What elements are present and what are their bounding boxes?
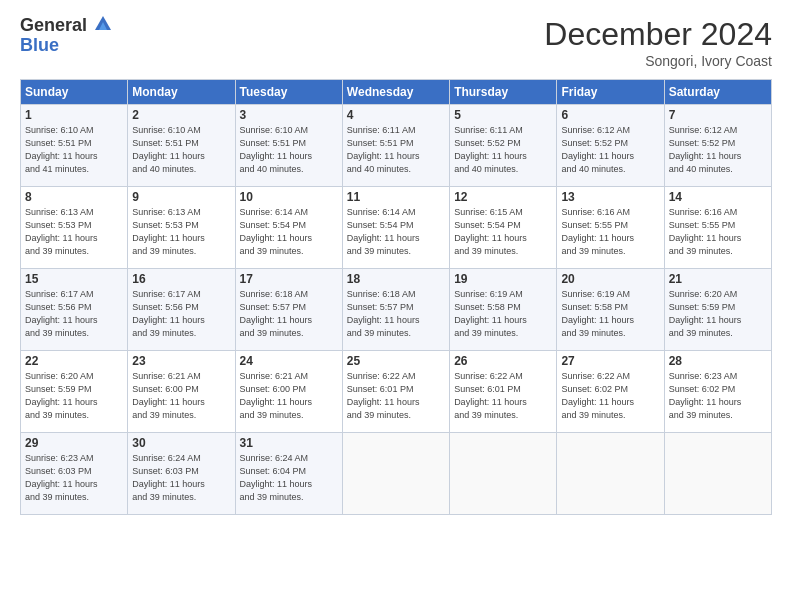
day-number: 23: [132, 354, 230, 368]
calendar-cell: 7Sunrise: 6:12 AMSunset: 5:52 PMDaylight…: [664, 105, 771, 187]
day-info: Sunrise: 6:23 AMSunset: 6:03 PMDaylight:…: [25, 452, 123, 504]
day-number: 15: [25, 272, 123, 286]
day-info: Sunrise: 6:11 AMSunset: 5:52 PMDaylight:…: [454, 124, 552, 176]
day-info: Sunrise: 6:14 AMSunset: 5:54 PMDaylight:…: [240, 206, 338, 258]
calendar-cell: 28Sunrise: 6:23 AMSunset: 6:02 PMDayligh…: [664, 351, 771, 433]
day-info: Sunrise: 6:16 AMSunset: 5:55 PMDaylight:…: [669, 206, 767, 258]
day-info: Sunrise: 6:16 AMSunset: 5:55 PMDaylight:…: [561, 206, 659, 258]
page: General Blue December 2024 Songori, Ivor…: [0, 0, 792, 612]
calendar-cell: [450, 433, 557, 515]
day-info: Sunrise: 6:18 AMSunset: 5:57 PMDaylight:…: [240, 288, 338, 340]
calendar-cell: 22Sunrise: 6:20 AMSunset: 5:59 PMDayligh…: [21, 351, 128, 433]
calendar-cell: 30Sunrise: 6:24 AMSunset: 6:03 PMDayligh…: [128, 433, 235, 515]
day-number: 16: [132, 272, 230, 286]
calendar-week-2: 8Sunrise: 6:13 AMSunset: 5:53 PMDaylight…: [21, 187, 772, 269]
day-number: 24: [240, 354, 338, 368]
day-number: 14: [669, 190, 767, 204]
logo-icon: [91, 12, 115, 36]
calendar-cell: 21Sunrise: 6:20 AMSunset: 5:59 PMDayligh…: [664, 269, 771, 351]
calendar-cell: 12Sunrise: 6:15 AMSunset: 5:54 PMDayligh…: [450, 187, 557, 269]
day-number: 18: [347, 272, 445, 286]
calendar-cell: 14Sunrise: 6:16 AMSunset: 5:55 PMDayligh…: [664, 187, 771, 269]
day-number: 20: [561, 272, 659, 286]
calendar-cell: 18Sunrise: 6:18 AMSunset: 5:57 PMDayligh…: [342, 269, 449, 351]
day-number: 19: [454, 272, 552, 286]
calendar-cell: 31Sunrise: 6:24 AMSunset: 6:04 PMDayligh…: [235, 433, 342, 515]
day-number: 7: [669, 108, 767, 122]
day-info: Sunrise: 6:22 AMSunset: 6:02 PMDaylight:…: [561, 370, 659, 422]
location-subtitle: Songori, Ivory Coast: [544, 53, 772, 69]
day-number: 30: [132, 436, 230, 450]
month-title: December 2024: [544, 16, 772, 53]
day-header-saturday: Saturday: [664, 80, 771, 105]
day-number: 12: [454, 190, 552, 204]
calendar-cell: [664, 433, 771, 515]
day-number: 1: [25, 108, 123, 122]
calendar-cell: 23Sunrise: 6:21 AMSunset: 6:00 PMDayligh…: [128, 351, 235, 433]
calendar-cell: [557, 433, 664, 515]
day-number: 4: [347, 108, 445, 122]
calendar-cell: 9Sunrise: 6:13 AMSunset: 5:53 PMDaylight…: [128, 187, 235, 269]
calendar-cell: [342, 433, 449, 515]
day-info: Sunrise: 6:22 AMSunset: 6:01 PMDaylight:…: [454, 370, 552, 422]
day-number: 28: [669, 354, 767, 368]
day-info: Sunrise: 6:17 AMSunset: 5:56 PMDaylight:…: [25, 288, 123, 340]
calendar-header-row: SundayMondayTuesdayWednesdayThursdayFrid…: [21, 80, 772, 105]
calendar-body: 1Sunrise: 6:10 AMSunset: 5:51 PMDaylight…: [21, 105, 772, 515]
day-number: 13: [561, 190, 659, 204]
day-info: Sunrise: 6:24 AMSunset: 6:03 PMDaylight:…: [132, 452, 230, 504]
day-info: Sunrise: 6:13 AMSunset: 5:53 PMDaylight:…: [132, 206, 230, 258]
calendar-cell: 25Sunrise: 6:22 AMSunset: 6:01 PMDayligh…: [342, 351, 449, 433]
day-header-thursday: Thursday: [450, 80, 557, 105]
calendar-cell: 27Sunrise: 6:22 AMSunset: 6:02 PMDayligh…: [557, 351, 664, 433]
calendar-week-1: 1Sunrise: 6:10 AMSunset: 5:51 PMDaylight…: [21, 105, 772, 187]
day-info: Sunrise: 6:22 AMSunset: 6:01 PMDaylight:…: [347, 370, 445, 422]
calendar-cell: 2Sunrise: 6:10 AMSunset: 5:51 PMDaylight…: [128, 105, 235, 187]
calendar-week-3: 15Sunrise: 6:17 AMSunset: 5:56 PMDayligh…: [21, 269, 772, 351]
day-number: 3: [240, 108, 338, 122]
day-number: 29: [25, 436, 123, 450]
day-number: 2: [132, 108, 230, 122]
calendar-cell: 29Sunrise: 6:23 AMSunset: 6:03 PMDayligh…: [21, 433, 128, 515]
day-number: 6: [561, 108, 659, 122]
day-info: Sunrise: 6:18 AMSunset: 5:57 PMDaylight:…: [347, 288, 445, 340]
day-info: Sunrise: 6:20 AMSunset: 5:59 PMDaylight:…: [669, 288, 767, 340]
day-info: Sunrise: 6:24 AMSunset: 6:04 PMDaylight:…: [240, 452, 338, 504]
calendar-cell: 5Sunrise: 6:11 AMSunset: 5:52 PMDaylight…: [450, 105, 557, 187]
day-info: Sunrise: 6:19 AMSunset: 5:58 PMDaylight:…: [561, 288, 659, 340]
calendar-cell: 3Sunrise: 6:10 AMSunset: 5:51 PMDaylight…: [235, 105, 342, 187]
day-number: 25: [347, 354, 445, 368]
day-info: Sunrise: 6:14 AMSunset: 5:54 PMDaylight:…: [347, 206, 445, 258]
day-info: Sunrise: 6:23 AMSunset: 6:02 PMDaylight:…: [669, 370, 767, 422]
day-info: Sunrise: 6:13 AMSunset: 5:53 PMDaylight:…: [25, 206, 123, 258]
day-header-wednesday: Wednesday: [342, 80, 449, 105]
calendar-cell: 20Sunrise: 6:19 AMSunset: 5:58 PMDayligh…: [557, 269, 664, 351]
title-block: December 2024 Songori, Ivory Coast: [544, 16, 772, 69]
calendar-cell: 6Sunrise: 6:12 AMSunset: 5:52 PMDaylight…: [557, 105, 664, 187]
day-number: 5: [454, 108, 552, 122]
day-info: Sunrise: 6:12 AMSunset: 5:52 PMDaylight:…: [669, 124, 767, 176]
day-header-friday: Friday: [557, 80, 664, 105]
calendar-cell: 16Sunrise: 6:17 AMSunset: 5:56 PMDayligh…: [128, 269, 235, 351]
day-info: Sunrise: 6:21 AMSunset: 6:00 PMDaylight:…: [240, 370, 338, 422]
day-info: Sunrise: 6:15 AMSunset: 5:54 PMDaylight:…: [454, 206, 552, 258]
calendar-cell: 10Sunrise: 6:14 AMSunset: 5:54 PMDayligh…: [235, 187, 342, 269]
header: General Blue December 2024 Songori, Ivor…: [20, 16, 772, 69]
calendar-cell: 13Sunrise: 6:16 AMSunset: 5:55 PMDayligh…: [557, 187, 664, 269]
calendar-week-4: 22Sunrise: 6:20 AMSunset: 5:59 PMDayligh…: [21, 351, 772, 433]
day-info: Sunrise: 6:10 AMSunset: 5:51 PMDaylight:…: [132, 124, 230, 176]
logo-text: General Blue: [20, 16, 115, 56]
day-header-sunday: Sunday: [21, 80, 128, 105]
day-info: Sunrise: 6:12 AMSunset: 5:52 PMDaylight:…: [561, 124, 659, 176]
day-info: Sunrise: 6:10 AMSunset: 5:51 PMDaylight:…: [25, 124, 123, 176]
day-info: Sunrise: 6:17 AMSunset: 5:56 PMDaylight:…: [132, 288, 230, 340]
calendar-table: SundayMondayTuesdayWednesdayThursdayFrid…: [20, 79, 772, 515]
day-number: 8: [25, 190, 123, 204]
day-header-tuesday: Tuesday: [235, 80, 342, 105]
day-info: Sunrise: 6:10 AMSunset: 5:51 PMDaylight:…: [240, 124, 338, 176]
calendar-cell: 1Sunrise: 6:10 AMSunset: 5:51 PMDaylight…: [21, 105, 128, 187]
calendar-cell: 4Sunrise: 6:11 AMSunset: 5:51 PMDaylight…: [342, 105, 449, 187]
day-number: 10: [240, 190, 338, 204]
day-number: 31: [240, 436, 338, 450]
calendar-cell: 24Sunrise: 6:21 AMSunset: 6:00 PMDayligh…: [235, 351, 342, 433]
